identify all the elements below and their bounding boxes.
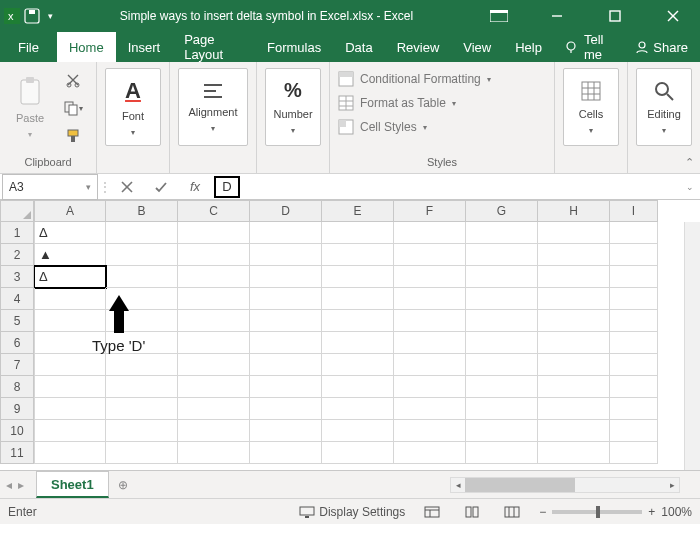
cell-C10[interactable] xyxy=(178,420,250,442)
insert-function-button[interactable]: fx xyxy=(178,174,212,200)
cells-area[interactable]: Δ ▲ Δ Type 'D' xyxy=(34,222,700,464)
cell-C7[interactable] xyxy=(178,354,250,376)
cell-F3[interactable] xyxy=(394,266,466,288)
col-header-H[interactable]: H xyxy=(538,200,610,222)
hscroll-thumb[interactable] xyxy=(465,478,575,492)
row-header-1[interactable]: 1 xyxy=(0,222,34,244)
cell-D11[interactable] xyxy=(250,442,322,464)
name-box[interactable]: A3 ▾ xyxy=(2,174,98,200)
cut-button[interactable] xyxy=(58,68,88,92)
cell-H2[interactable] xyxy=(538,244,610,266)
cell-D5[interactable] xyxy=(250,310,322,332)
page-break-view-button[interactable] xyxy=(499,503,525,521)
page-layout-view-button[interactable] xyxy=(459,503,485,521)
cell-A7[interactable] xyxy=(34,354,106,376)
cell-B6[interactable] xyxy=(106,332,178,354)
cell-B3[interactable] xyxy=(106,266,178,288)
cell-E10[interactable] xyxy=(322,420,394,442)
row-header-6[interactable]: 6 xyxy=(0,332,34,354)
tab-data[interactable]: Data xyxy=(333,32,384,62)
row-header-4[interactable]: 4 xyxy=(0,288,34,310)
cell-D8[interactable] xyxy=(250,376,322,398)
cell-I3[interactable] xyxy=(610,266,658,288)
cell-F10[interactable] xyxy=(394,420,466,442)
cell-I1[interactable] xyxy=(610,222,658,244)
cell-B10[interactable] xyxy=(106,420,178,442)
cell-G5[interactable] xyxy=(466,310,538,332)
cell-C8[interactable] xyxy=(178,376,250,398)
cell-H9[interactable] xyxy=(538,398,610,420)
font-button[interactable]: A Font ▾ xyxy=(105,68,161,146)
cell-D2[interactable] xyxy=(250,244,322,266)
cell-A9[interactable] xyxy=(34,398,106,420)
sheet-nav-prev-icon[interactable]: ◂ xyxy=(6,478,12,492)
qat-dropdown-icon[interactable]: ▾ xyxy=(44,11,57,21)
row-header-9[interactable]: 9 xyxy=(0,398,34,420)
format-painter-button[interactable] xyxy=(58,124,88,148)
cell-F9[interactable] xyxy=(394,398,466,420)
cell-B5[interactable] xyxy=(106,310,178,332)
tab-home[interactable]: Home xyxy=(57,32,116,62)
cell-B1[interactable] xyxy=(106,222,178,244)
cell-F4[interactable] xyxy=(394,288,466,310)
cells-button[interactable]: Cells ▾ xyxy=(563,68,619,146)
cell-H10[interactable] xyxy=(538,420,610,442)
cell-G10[interactable] xyxy=(466,420,538,442)
close-button[interactable] xyxy=(650,0,696,32)
col-header-I[interactable]: I xyxy=(610,200,658,222)
cell-A8[interactable] xyxy=(34,376,106,398)
row-header-11[interactable]: 11 xyxy=(0,442,34,464)
cell-I4[interactable] xyxy=(610,288,658,310)
cell-E9[interactable] xyxy=(322,398,394,420)
tab-review[interactable]: Review xyxy=(385,32,452,62)
cell-F11[interactable] xyxy=(394,442,466,464)
cell-A2[interactable]: ▲ xyxy=(34,244,106,266)
cell-I8[interactable] xyxy=(610,376,658,398)
cell-I10[interactable] xyxy=(610,420,658,442)
tell-me-search[interactable]: Tell me xyxy=(554,32,623,62)
cell-I2[interactable] xyxy=(610,244,658,266)
cell-I6[interactable] xyxy=(610,332,658,354)
cell-A10[interactable] xyxy=(34,420,106,442)
zoom-out-button[interactable]: − xyxy=(539,505,546,519)
cell-I9[interactable] xyxy=(610,398,658,420)
cell-D10[interactable] xyxy=(250,420,322,442)
hscroll-right-icon[interactable]: ▸ xyxy=(665,480,679,490)
tab-help[interactable]: Help xyxy=(503,32,554,62)
cell-G2[interactable] xyxy=(466,244,538,266)
cell-C2[interactable] xyxy=(178,244,250,266)
zoom-in-button[interactable]: + xyxy=(648,505,655,519)
cell-E7[interactable] xyxy=(322,354,394,376)
vertical-scrollbar[interactable] xyxy=(684,222,700,470)
maximize-button[interactable] xyxy=(592,0,638,32)
cancel-formula-button[interactable] xyxy=(110,174,144,200)
cell-A5[interactable] xyxy=(34,310,106,332)
cell-F2[interactable] xyxy=(394,244,466,266)
col-header-D[interactable]: D xyxy=(250,200,322,222)
row-header-5[interactable]: 5 xyxy=(0,310,34,332)
copy-button[interactable]: ▾ xyxy=(58,96,88,120)
cell-C1[interactable] xyxy=(178,222,250,244)
collapse-ribbon-icon[interactable]: ⌃ xyxy=(685,156,694,169)
cell-E6[interactable] xyxy=(322,332,394,354)
cell-B9[interactable] xyxy=(106,398,178,420)
enter-formula-button[interactable] xyxy=(144,174,178,200)
paste-button[interactable]: Paste ▾ xyxy=(8,68,52,146)
sheet-nav-next-icon[interactable]: ▸ xyxy=(18,478,24,492)
new-sheet-button[interactable]: ⊕ xyxy=(109,471,137,498)
row-header-8[interactable]: 8 xyxy=(0,376,34,398)
cell-F8[interactable] xyxy=(394,376,466,398)
alignment-button[interactable]: Alignment ▾ xyxy=(178,68,248,146)
cell-H3[interactable] xyxy=(538,266,610,288)
tab-view[interactable]: View xyxy=(451,32,503,62)
autosave-icon[interactable] xyxy=(24,8,40,24)
cell-E8[interactable] xyxy=(322,376,394,398)
cell-F5[interactable] xyxy=(394,310,466,332)
cell-H4[interactable] xyxy=(538,288,610,310)
col-header-C[interactable]: C xyxy=(178,200,250,222)
hscroll-left-icon[interactable]: ◂ xyxy=(451,480,465,490)
cell-A1[interactable]: Δ xyxy=(34,222,106,244)
cell-I11[interactable] xyxy=(610,442,658,464)
cell-H5[interactable] xyxy=(538,310,610,332)
row-header-2[interactable]: 2 xyxy=(0,244,34,266)
